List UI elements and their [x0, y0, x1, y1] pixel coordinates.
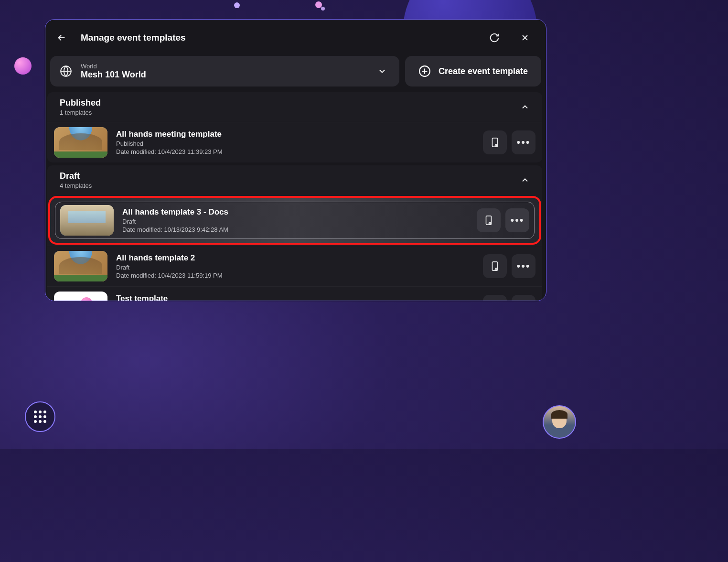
- decor-dot: [321, 7, 325, 11]
- template-name: All hands template 2: [116, 253, 474, 263]
- template-thumbnail: [54, 251, 107, 281]
- refresh-button[interactable]: [485, 28, 504, 47]
- template-name: All hands template 3 - Docs: [122, 207, 468, 217]
- template-row[interactable]: All hands template 2 Draft Date modified…: [47, 246, 542, 286]
- device-action-button[interactable]: [483, 254, 507, 278]
- decor-planet-pink: [14, 57, 32, 75]
- templates-scroll-area[interactable]: Published 1 templates All hands meeting …: [45, 92, 546, 301]
- device-action-button[interactable]: [477, 208, 501, 232]
- manage-templates-panel: Manage event templates World Mesh 101 Wo…: [45, 19, 546, 301]
- device-icon: [490, 261, 500, 271]
- template-thumbnail: [60, 205, 114, 236]
- template-name: All hands meeting template: [116, 130, 474, 139]
- section-subtitle: 4 templates: [60, 182, 520, 189]
- template-date: Date modified: 10/4/2023 11:59:19 PM: [116, 272, 474, 279]
- plus-circle-icon: [418, 65, 431, 77]
- template-row-highlighted: All hands template 3 - Docs Draft Date m…: [48, 196, 541, 245]
- section-subtitle: 1 templates: [60, 109, 520, 116]
- top-bar: World Mesh 101 World Create event templa…: [45, 56, 546, 92]
- world-selector[interactable]: World Mesh 101 World: [50, 56, 399, 86]
- world-selector-value: Mesh 101 World: [81, 70, 369, 80]
- chevron-down-icon: [377, 66, 387, 76]
- device-icon: [483, 215, 494, 226]
- world-icon: [60, 65, 72, 77]
- template-status: Draft: [116, 264, 474, 271]
- close-icon: [520, 33, 530, 43]
- template-status: Published: [116, 140, 474, 147]
- chevron-up-icon: [520, 175, 530, 185]
- chevron-up-icon: [520, 102, 530, 112]
- device-action-button[interactable]: [483, 295, 507, 301]
- app-grid-icon: [34, 411, 46, 423]
- section-published: Published 1 templates All hands meeting …: [47, 92, 542, 162]
- device-action-button[interactable]: [483, 130, 507, 154]
- decor-dot: [234, 2, 240, 8]
- device-icon: [490, 137, 500, 148]
- create-template-label: Create event template: [439, 66, 528, 76]
- section-title: Draft: [60, 171, 520, 181]
- close-button[interactable]: [515, 28, 535, 47]
- app-menu-button[interactable]: [25, 401, 55, 432]
- template-date: Date modified: 10/13/2023 9:42:28 AM: [122, 226, 468, 233]
- refresh-icon: [489, 32, 500, 43]
- section-header-draft[interactable]: Draft 4 templates: [47, 165, 542, 195]
- more-actions-button[interactable]: •••: [512, 295, 535, 301]
- template-row[interactable]: Test template Draft Date modified: 10/4/…: [47, 286, 542, 301]
- template-date: Date modified: 10/4/2023 11:39:23 PM: [116, 148, 474, 155]
- back-button[interactable]: [54, 30, 69, 45]
- world-selector-label: World: [81, 63, 369, 70]
- panel-title: Manage event templates: [81, 32, 473, 43]
- template-row[interactable]: All hands meeting template Published Dat…: [47, 122, 542, 162]
- template-thumbnail: [54, 292, 107, 301]
- avatar-button[interactable]: [543, 405, 576, 439]
- more-actions-button[interactable]: •••: [512, 130, 535, 154]
- mesh-logo-icon: [67, 297, 94, 301]
- template-name: Test template: [116, 294, 474, 301]
- template-row[interactable]: All hands template 3 - Docs Draft Date m…: [60, 205, 529, 236]
- arrow-left-icon: [56, 32, 67, 43]
- section-title: Published: [60, 98, 520, 108]
- section-header-published[interactable]: Published 1 templates: [47, 92, 542, 122]
- more-actions-button[interactable]: •••: [505, 208, 529, 232]
- more-actions-button[interactable]: •••: [512, 254, 535, 278]
- section-draft: Draft 4 templates All hands template 3 -…: [47, 165, 542, 301]
- create-template-button[interactable]: Create event template: [405, 56, 541, 86]
- template-thumbnail: [54, 127, 107, 158]
- panel-header: Manage event templates: [45, 20, 546, 56]
- template-status: Draft: [122, 218, 468, 225]
